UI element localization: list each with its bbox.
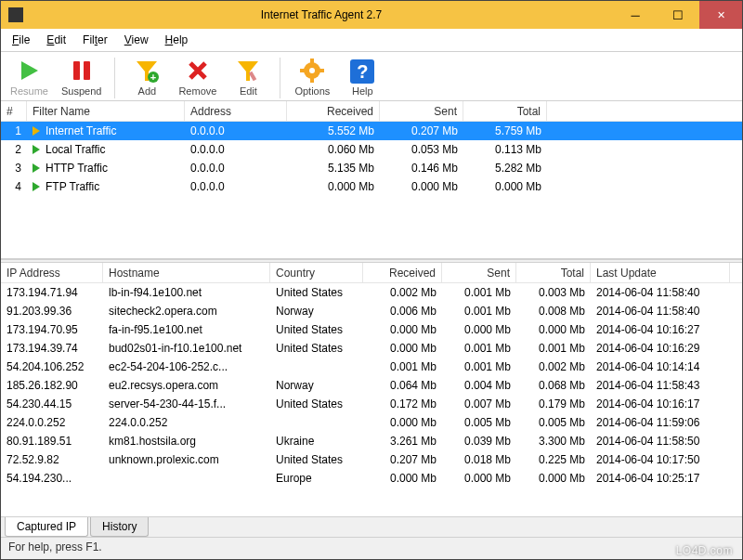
filter-row[interactable]: 4FTP Traffic0.0.0.00.000 Mb0.000 Mb0.000… xyxy=(1,177,742,196)
minimize-button[interactable] xyxy=(614,1,657,29)
toolbar-separator xyxy=(114,58,115,98)
filter-row[interactable]: 1Internet Traffic0.0.0.05.552 Mb0.207 Mb… xyxy=(1,122,742,140)
col-hostname[interactable]: Hostname xyxy=(103,263,270,282)
cell-sent: 0.007 Mb xyxy=(442,397,516,410)
resume-button[interactable]: Resume xyxy=(7,56,52,98)
cell-updated: 2014-06-04 11:59:06 xyxy=(591,416,730,429)
help-icon: ? xyxy=(350,59,374,84)
captured-row[interactable]: 54.204.106.252ec2-54-204-106-252.c...0.0… xyxy=(1,358,742,376)
menu-help[interactable]: Help xyxy=(158,31,196,49)
captured-body[interactable]: 173.194.71.94lb-in-f94.1e100.netUnited S… xyxy=(1,283,742,516)
close-button[interactable] xyxy=(699,1,742,29)
cell-country: Ukraine xyxy=(270,435,363,448)
cell-received: 0.000 Mb xyxy=(363,342,442,355)
cell-name: Internet Traffic xyxy=(27,124,185,137)
cell-address: 0.0.0.0 xyxy=(185,162,287,175)
cell-sent: 0.004 Mb xyxy=(442,379,516,392)
play-icon xyxy=(16,58,42,84)
captured-row[interactable]: 80.91.189.51km81.hostsila.orgUkraine3.26… xyxy=(1,432,742,450)
watermark: LO4D.com xyxy=(676,544,733,557)
suspend-button[interactable]: Suspend xyxy=(58,56,105,98)
cell-received: 0.000 Mb xyxy=(287,180,380,193)
cell-ip: 80.91.189.51 xyxy=(1,435,103,448)
cell-received: 0.002 Mb xyxy=(363,286,442,299)
captured-row[interactable]: 173.194.39.74bud02s01-in-f10.1e100.netUn… xyxy=(1,339,742,358)
col-total[interactable]: Total xyxy=(516,263,591,282)
pause-icon xyxy=(69,58,95,84)
captured-row[interactable]: 173.194.70.95fa-in-f95.1e100.netUnited S… xyxy=(1,320,742,339)
cell-total: 3.300 Mb xyxy=(516,435,591,448)
tab-captured-ip[interactable]: Captured IP xyxy=(5,517,88,537)
cell-address: 0.0.0.0 xyxy=(185,180,287,193)
col-received[interactable]: Received xyxy=(363,263,442,282)
cell-sent: 0.005 Mb xyxy=(442,416,516,429)
edit-button[interactable]: Edit xyxy=(226,56,270,98)
cell-updated: 2014-06-04 10:16:29 xyxy=(591,342,730,355)
help-button[interactable]: ? Help xyxy=(340,58,385,98)
col-ip[interactable]: IP Address xyxy=(1,263,103,282)
cell-updated: 2014-06-04 10:25:17 xyxy=(591,472,730,485)
captured-row[interactable]: 54.194.230...Europe0.000 Mb0.000 Mb0.000… xyxy=(1,469,742,488)
app-icon xyxy=(8,7,23,22)
menu-view[interactable]: View xyxy=(117,31,156,49)
cell-total: 0.225 Mb xyxy=(516,453,591,466)
cell-sent: 0.053 Mb xyxy=(380,143,463,156)
cell-idx: 3 xyxy=(1,162,27,175)
col-sent[interactable]: Sent xyxy=(380,101,463,121)
remove-icon xyxy=(185,58,211,84)
cell-total: 0.179 Mb xyxy=(516,397,591,410)
cell-hostname: bud02s01-in-f10.1e100.net xyxy=(103,342,270,355)
captured-row[interactable]: 224.0.0.252224.0.0.2520.000 Mb0.005 Mb0.… xyxy=(1,413,742,432)
cell-total: 0.068 Mb xyxy=(516,379,591,392)
menu-bar: File Edit Filter View Help xyxy=(1,29,742,52)
col-filter-name[interactable]: Filter Name xyxy=(27,101,185,121)
cell-country: United States xyxy=(270,286,363,299)
cell-address: 0.0.0.0 xyxy=(185,124,287,137)
filter-row[interactable]: 2Local Traffic0.0.0.00.060 Mb0.053 Mb0.1… xyxy=(1,140,742,159)
captured-row[interactable]: 185.26.182.90eu2.recsys.opera.comNorway0… xyxy=(1,376,742,395)
col-address[interactable]: Address xyxy=(185,101,287,121)
cell-country: United States xyxy=(270,397,363,410)
tab-history[interactable]: History xyxy=(90,517,149,537)
cell-ip: 54.194.230... xyxy=(1,472,103,485)
filter-row[interactable]: 3HTTP Traffic0.0.0.05.135 Mb0.146 Mb5.28… xyxy=(1,159,742,177)
maximize-button[interactable] xyxy=(657,1,699,29)
filters-body[interactable]: 1Internet Traffic0.0.0.05.552 Mb0.207 Mb… xyxy=(1,122,742,196)
cell-sent: 0.001 Mb xyxy=(442,305,516,318)
title-bar: Internet Traffic Agent 2.7 xyxy=(1,1,742,29)
svg-rect-2 xyxy=(84,61,90,80)
col-sent[interactable]: Sent xyxy=(442,263,516,282)
cell-sent: 0.000 Mb xyxy=(380,180,463,193)
cell-country: United States xyxy=(270,453,363,466)
col-country[interactable]: Country xyxy=(270,263,363,282)
captured-pane: IP Address Hostname Country Received Sen… xyxy=(1,263,742,537)
captured-row[interactable]: 54.230.44.15server-54-230-44-15.f...Unit… xyxy=(1,395,742,413)
menu-edit[interactable]: Edit xyxy=(39,31,73,49)
toolbar-separator xyxy=(280,58,280,98)
options-button[interactable]: Options xyxy=(290,56,334,98)
cell-received: 0.000 Mb xyxy=(363,416,442,429)
captured-header: IP Address Hostname Country Received Sen… xyxy=(1,263,742,283)
cell-total: 0.003 Mb xyxy=(516,286,591,299)
funnel-edit-icon xyxy=(235,58,261,84)
svg-point-9 xyxy=(309,68,315,73)
add-button[interactable]: + Add xyxy=(124,56,169,98)
col-received[interactable]: Received xyxy=(287,101,380,121)
captured-row[interactable]: 72.52.9.82unknown.prolexic.comUnited Sta… xyxy=(1,450,742,469)
cell-hostname: lb-in-f94.1e100.net xyxy=(103,286,270,299)
captured-row[interactable]: 91.203.99.36sitecheck2.opera.comNorway0.… xyxy=(1,302,742,320)
menu-filter[interactable]: Filter xyxy=(75,31,115,49)
svg-rect-12 xyxy=(300,69,306,72)
cell-total: 0.008 Mb xyxy=(516,305,591,318)
cell-hostname: eu2.recsys.opera.com xyxy=(103,379,270,392)
remove-button[interactable]: Remove xyxy=(175,56,220,98)
svg-text:+: + xyxy=(150,72,156,83)
col-idx[interactable]: # xyxy=(1,101,27,121)
cell-updated: 2014-06-04 11:58:43 xyxy=(591,379,730,392)
col-last-update[interactable]: Last Update xyxy=(591,263,730,282)
cell-address: 0.0.0.0 xyxy=(185,143,287,156)
cell-hostname: fa-in-f95.1e100.net xyxy=(103,323,270,336)
col-total[interactable]: Total xyxy=(463,101,547,121)
captured-row[interactable]: 173.194.71.94lb-in-f94.1e100.netUnited S… xyxy=(1,283,742,302)
menu-file[interactable]: File xyxy=(5,31,37,49)
